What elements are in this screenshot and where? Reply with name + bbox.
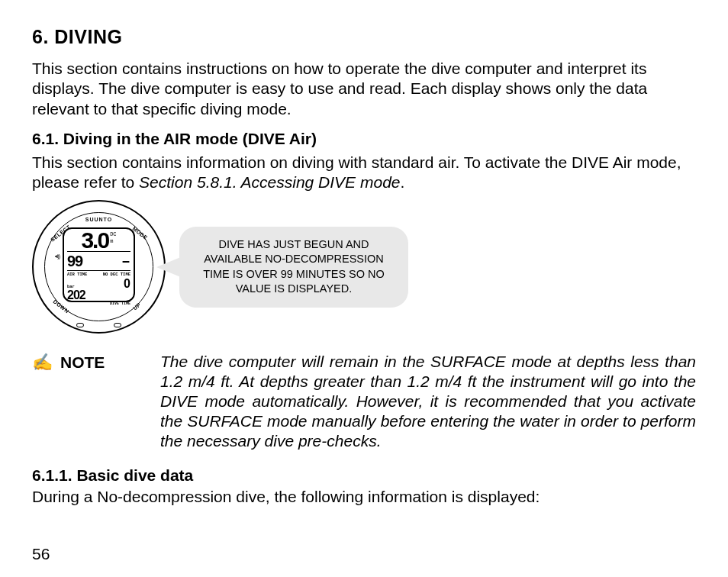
sub1-text-b: . — [401, 173, 405, 191]
depth-row: 3.0 DC m — [67, 230, 130, 250]
nodec-label: NO DEC TIME — [103, 272, 130, 277]
note-header: ✍ NOTE — [32, 352, 147, 372]
depth-value: 3.0 — [81, 230, 108, 250]
subsection-6-1-text: This section contains information on div… — [32, 153, 696, 193]
depth-dc: DC — [110, 232, 116, 237]
watch-lug-right — [114, 323, 121, 327]
callout-bubble: DIVE HAS JUST BEGUN AND AVAILABLE NO-DEC… — [179, 227, 408, 308]
section-heading: 6. DIVING — [32, 26, 696, 48]
watch-screen: 3.0 DC m 99 – AIR TIME NO DEC TIME bar 2… — [63, 227, 135, 302]
divetime-value: 0 — [124, 277, 130, 291]
section-reference: Section 5.8.1. Accessing DIVE mode — [139, 173, 400, 191]
note-icon: ✍ — [32, 354, 53, 371]
watch-brand: SUUNTO — [32, 217, 166, 222]
pressure-value: 202 — [67, 288, 85, 301]
note-body: The dive computer will remain in the SUR… — [160, 352, 696, 451]
dive-computer-illustration: SUUNTO •ıı)) SELECT MODE DOWN UP 3.0 DC … — [32, 200, 166, 334]
intro-paragraph: This section contains instructions on ho… — [32, 59, 696, 119]
mid-row: 99 – — [67, 251, 130, 270]
watch-lug-left — [76, 323, 84, 327]
mid-labels: AIR TIME NO DEC TIME — [67, 270, 130, 277]
signal-icon: •ıı)) — [55, 253, 60, 259]
bottom-row: bar 202 0 — [67, 277, 130, 303]
subsection-6-1-1-heading: 6.1.1. Basic dive data — [32, 466, 696, 485]
subsection-6-1-1-text: During a No-decompression dive, the foll… — [32, 488, 696, 506]
page-number: 56 — [32, 545, 50, 563]
depth-unit: m — [110, 239, 116, 244]
note-block: ✍ NOTE The dive computer will remain in … — [32, 352, 696, 451]
airtime-label: AIR TIME — [67, 272, 87, 277]
subsection-6-1-heading: 6.1. Diving in the AIR mode (DIVE Air) — [32, 130, 696, 148]
nodec-dash: – — [121, 253, 130, 270]
figure-row: SUUNTO •ıı)) SELECT MODE DOWN UP 3.0 DC … — [32, 200, 696, 334]
note-label: NOTE — [60, 353, 105, 372]
air-value: 99 — [67, 253, 82, 270]
